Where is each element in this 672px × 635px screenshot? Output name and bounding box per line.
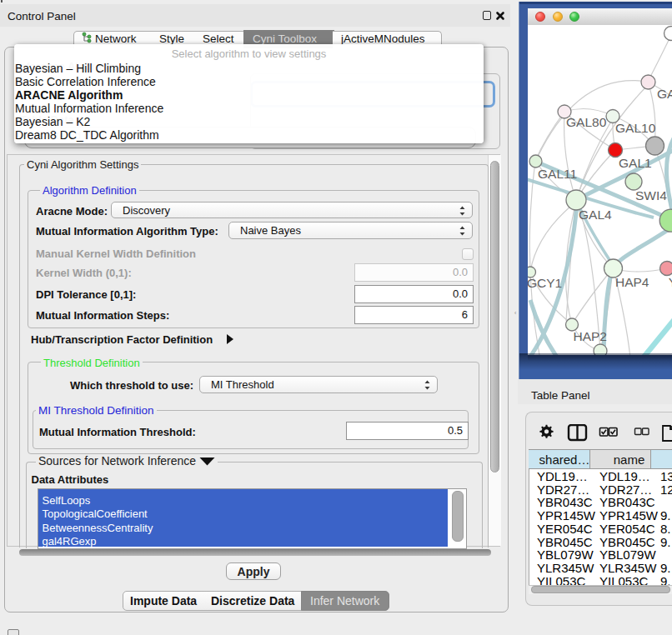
svg-text:GAL4: GAL4 xyxy=(579,208,612,222)
svg-text:GCY1: GCY1 xyxy=(528,276,562,290)
svg-text:GAL1: GAL1 xyxy=(619,156,652,170)
svg-text:GAL10: GAL10 xyxy=(615,121,656,135)
svg-text:HAP4: HAP4 xyxy=(615,275,649,289)
svg-text:HAP2: HAP2 xyxy=(574,329,608,343)
svg-text:Y: Y xyxy=(669,275,672,289)
svg-text:GAL11: GAL11 xyxy=(538,167,577,181)
svg-text:GAL80: GAL80 xyxy=(566,115,607,129)
svg-text:GAL7: GAL7 xyxy=(657,87,672,101)
svg-text:SWI4: SWI4 xyxy=(635,188,667,202)
